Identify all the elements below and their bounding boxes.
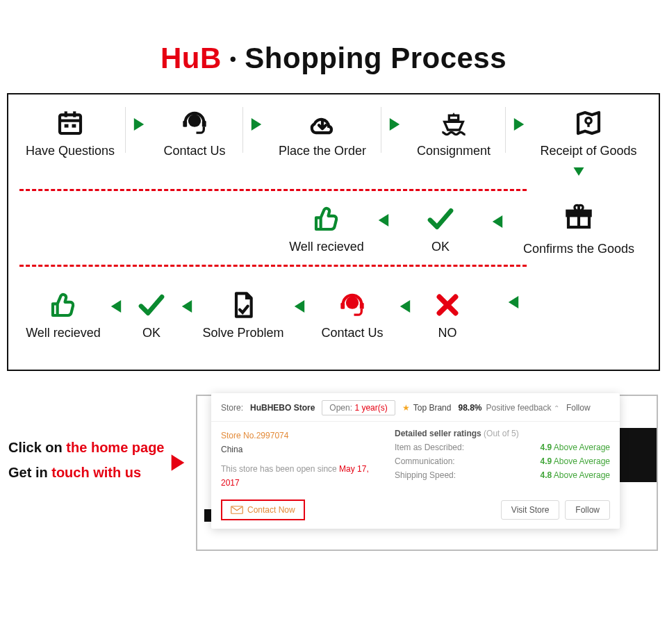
step-label: Consignment — [405, 143, 502, 158]
arrow-left-icon — [377, 213, 390, 228]
process-row-3: Well recieved OK Solve Problem Contact U… — [18, 289, 482, 340]
step-label: OK — [392, 239, 489, 254]
arrow-left-icon — [507, 295, 520, 310]
step-order: Place the Order — [267, 107, 378, 158]
check-icon — [138, 291, 165, 319]
store-name[interactable]: HuBHEBO Store — [250, 403, 315, 413]
check-icon — [427, 205, 454, 233]
step-label: Contact Us — [307, 325, 397, 340]
step-label: OK — [124, 325, 179, 340]
seller-ratings: Detailed seller ratings (Out of 5) Item … — [395, 429, 610, 490]
arrow-left-icon — [110, 299, 122, 314]
instr-1a: Click on — [8, 440, 66, 455]
cloud-download-icon — [308, 109, 336, 137]
step-label: Contact Us — [149, 143, 240, 158]
dashed-divider — [19, 189, 527, 191]
arrow-right-icon — [388, 117, 401, 132]
arrow-right-icon — [133, 117, 145, 132]
arrow-right-icon — [513, 117, 525, 132]
store-label: Store: — [221, 403, 243, 413]
step-solve: Solve Problem — [195, 289, 292, 340]
step-questions: Have Questions — [18, 107, 122, 158]
brand: HuB — [160, 42, 222, 74]
headset-icon — [338, 291, 366, 319]
headset-icon — [181, 109, 208, 137]
store-card: 心禛 Store: HuBHEBO Store Open: 1 year(s) … — [196, 395, 658, 551]
instr-2a: Get in — [8, 465, 51, 480]
step-confirms: Confirms the Goods — [520, 203, 638, 256]
visit-store-button[interactable]: Visit Store — [501, 500, 559, 520]
store-popover: Store: HuBHEBO Store Open: 1 year(s) ★To… — [211, 393, 620, 529]
follow-link[interactable]: Follow — [566, 403, 591, 413]
arrow-left-icon — [293, 299, 306, 314]
store-opened: This store has been open since May 17, 2… — [221, 462, 381, 490]
step-well-received: Well recieved — [278, 203, 375, 254]
step-contact: Contact Us — [149, 107, 240, 158]
step-contact: Contact Us — [307, 289, 397, 340]
dashed-divider — [19, 265, 527, 267]
step-well-received: Well recieved — [18, 289, 108, 340]
ship-icon — [440, 109, 468, 137]
divider — [125, 107, 126, 153]
arrow-right-icon — [170, 453, 186, 472]
thumbs-up-icon — [313, 205, 340, 233]
dot-icon: • — [222, 49, 245, 69]
process-row-2: Well recieved OK — [278, 203, 506, 254]
page-title: HuB•Shopping Process — [0, 0, 667, 93]
chevron-up-icon: ⌃ — [554, 404, 559, 412]
process-row-1: Have Questions Contact Us Place the Orde… — [18, 107, 649, 158]
arrow-right-icon — [250, 117, 263, 132]
step-label: Confirms the Goods — [520, 242, 638, 256]
gift-icon — [565, 203, 593, 231]
rating-row: Communication:4.9 Above Average — [395, 456, 610, 466]
step-label: Have Questions — [18, 143, 122, 158]
step-label: Well recieved — [278, 239, 375, 254]
step-label: NO — [413, 325, 482, 340]
follow-button[interactable]: Follow — [565, 500, 610, 520]
divider — [242, 107, 243, 153]
store-header: Store: HuBHEBO Store Open: 1 year(s) ★To… — [221, 400, 610, 415]
step-receipt: Receipt of Goods — [529, 107, 648, 158]
instruction-text: Click on the home page Get in touch with… — [8, 435, 165, 485]
step-ok: OK — [124, 289, 179, 340]
step-label: Receipt of Goods — [529, 143, 648, 158]
rating-row: Shipping Speed:4.8 Above Average — [395, 470, 610, 480]
divider — [211, 421, 620, 422]
arrow-left-icon — [399, 299, 411, 314]
instr-1b: the home page — [66, 440, 164, 455]
step-ok: OK — [392, 203, 489, 254]
step-label: Well recieved — [18, 325, 108, 340]
cross-icon — [434, 291, 461, 319]
step-consignment: Consignment — [405, 107, 502, 158]
step-label: Place the Order — [267, 143, 378, 158]
ratings-title: Detailed seller ratings — [395, 429, 481, 438]
store-info-left: Store No.2997074 China This store has be… — [221, 429, 381, 490]
ratings-of: (Out of 5) — [484, 429, 519, 438]
top-brand-badge: ★Top Brand — [402, 403, 452, 413]
map-pin-icon — [575, 109, 602, 137]
instr-2b: touch with us — [51, 465, 141, 480]
arrow-left-icon — [491, 214, 504, 229]
open-pill: Open: 1 year(s) — [322, 400, 395, 415]
bottom-section: Click on the home page Get in touch with… — [0, 395, 667, 561]
contact-now-button[interactable]: Contact Now — [221, 499, 305, 520]
rating-row: Item as Described:4.9 Above Average — [395, 443, 610, 452]
mail-icon — [231, 506, 243, 514]
store-number[interactable]: Store No.2997074 — [221, 429, 381, 443]
step-label: Solve Problem — [195, 325, 292, 340]
divider — [505, 107, 506, 153]
arrow-left-icon — [181, 299, 193, 314]
star-icon: ★ — [402, 403, 410, 413]
calendar-icon — [56, 109, 84, 137]
page: HuB•Shopping Process Have Questions — [0, 0, 667, 644]
divider — [381, 107, 381, 153]
positive-feedback[interactable]: 98.8%Positive feedback ⌃ — [458, 403, 559, 413]
store-country: China — [221, 443, 381, 456]
thumbs-up-icon — [49, 291, 77, 319]
document-check-icon — [229, 291, 257, 319]
process-box: Have Questions Contact Us Place the Orde… — [7, 93, 660, 371]
title-rest: Shopping Process — [245, 42, 507, 74]
step-no: NO — [413, 289, 482, 340]
arrow-down-icon — [573, 164, 585, 179]
